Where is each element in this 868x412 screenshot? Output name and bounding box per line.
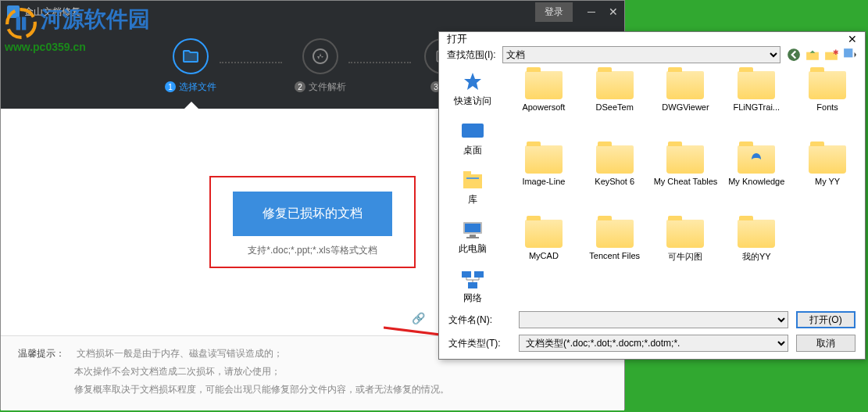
- svg-rect-9: [844, 48, 852, 57]
- link-icon: 🔗: [412, 312, 425, 324]
- back-icon[interactable]: [787, 48, 801, 62]
- open-button[interactable]: 打开(O): [796, 311, 855, 328]
- folder-icon: [596, 145, 634, 174]
- star-icon: [460, 71, 485, 93]
- lookin-row: 查找范围(I): 文档 ✱: [439, 46, 865, 63]
- filetype-label: 文件类型(T):: [448, 337, 511, 350]
- filename-label: 文件名(N):: [448, 313, 511, 327]
- folder-item[interactable]: 我的YY: [723, 220, 790, 290]
- folder-item[interactable]: Tencent Files: [581, 220, 648, 290]
- watermark: 河源软件园 www.pc0359.cn: [5, 5, 150, 54]
- support-formats-text: 支持*.doc;*.ppt;*.xls等格式文档: [248, 244, 377, 257]
- folder-item[interactable]: DWGViewer: [652, 71, 720, 142]
- cancel-button[interactable]: 取消: [796, 335, 855, 352]
- folder-item[interactable]: FLiNGTrai...: [723, 71, 790, 142]
- step-1: 1 选择文件: [165, 38, 216, 94]
- step-2: 2 文件解析: [295, 38, 346, 94]
- step-divider: [220, 62, 282, 63]
- dialog-toolbar: ✱: [787, 48, 857, 62]
- file-grid[interactable]: Apowersoft DSeeTem DWGViewer FLiNGTrai..…: [506, 63, 865, 305]
- folder-icon: [738, 220, 775, 248]
- svg-point-5: [788, 48, 800, 61]
- folder-item[interactable]: Image-Line: [510, 145, 577, 216]
- folder-icon: [525, 71, 563, 99]
- svg-rect-2: [22, 16, 26, 30]
- step-1-label: 1 选择文件: [165, 81, 216, 94]
- folder-icon: [809, 145, 846, 174]
- folder-item[interactable]: KeyShot 6: [581, 145, 648, 216]
- folder-item[interactable]: My YY: [794, 145, 861, 216]
- folder-icon: [596, 220, 634, 248]
- folder-icon: [738, 145, 775, 174]
- sidebar-library[interactable]: 库: [460, 170, 485, 206]
- sidebar-desktop[interactable]: 桌面: [460, 120, 485, 157]
- watermark-url: www.pc0359.cn: [5, 41, 86, 53]
- svg-rect-13: [466, 177, 479, 179]
- folder-icon: [596, 71, 634, 99]
- dialog-bottom: 文件名(N): 打开(O) 文件类型(T): 文档类型(*.doc;*.dot;…: [439, 305, 865, 361]
- repair-button[interactable]: 修复已损坏的文档: [233, 192, 392, 236]
- folder-item[interactable]: Apowersoft: [510, 71, 577, 142]
- up-folder-icon[interactable]: [805, 48, 820, 62]
- step-2-label: 2 文件解析: [295, 81, 346, 94]
- dialog-close-button[interactable]: ✕: [845, 33, 860, 45]
- tips-line-2: 本次操作不会对文档造成二次损坏，请放心使用；: [18, 365, 607, 378]
- svg-rect-10: [462, 124, 484, 138]
- folder-icon: [666, 145, 704, 174]
- filename-row: 文件名(N): 打开(O): [448, 311, 855, 328]
- close-button[interactable]: ✕: [602, 1, 624, 23]
- svg-rect-17: [466, 237, 479, 238]
- desktop-icon: [460, 120, 485, 142]
- login-button[interactable]: 登录: [535, 2, 573, 22]
- window-controls: 登录 ─ ✕: [535, 1, 624, 23]
- folder-icon: [525, 220, 563, 248]
- folder-open-icon: [173, 38, 209, 74]
- folder-icon: [666, 220, 704, 248]
- svg-rect-6: [806, 52, 819, 60]
- folder-item[interactable]: DSeeTem: [581, 71, 648, 142]
- folder-icon: [809, 71, 846, 99]
- folder-item[interactable]: My Cheat Tables: [652, 145, 720, 216]
- filename-input[interactable]: [519, 311, 788, 328]
- svg-rect-15: [465, 224, 480, 232]
- lookin-select[interactable]: 文档: [502, 46, 780, 63]
- step-divider: [348, 62, 411, 63]
- watermark-text: 河源软件园: [41, 7, 150, 31]
- filetype-select[interactable]: 文档类型(*.doc;*.dot;*.docm;*.dotm;*.: [519, 335, 788, 352]
- view-menu-icon[interactable]: [843, 48, 857, 62]
- folder-item[interactable]: MyCAD: [510, 220, 577, 290]
- sidebar-thispc[interactable]: 此电脑: [459, 219, 487, 256]
- svg-rect-20: [468, 282, 477, 288]
- svg-rect-19: [474, 271, 484, 278]
- annotation-box: 修复已损坏的文档 支持*.doc;*.ppt;*.xls等格式文档: [209, 176, 416, 268]
- file-open-dialog: 打开 ✕ 查找范围(I): 文档 ✱ 快速访问 桌面 库: [438, 31, 866, 360]
- analyze-icon: [302, 38, 338, 74]
- network-icon: [460, 268, 485, 290]
- folder-icon: [525, 145, 563, 174]
- svg-rect-1: [16, 16, 20, 30]
- sidebar-network[interactable]: 网络: [460, 268, 485, 305]
- new-folder-icon[interactable]: ✱: [824, 48, 838, 62]
- svg-rect-12: [463, 171, 471, 175]
- minimize-button[interactable]: ─: [580, 1, 602, 23]
- svg-rect-16: [470, 235, 476, 237]
- folder-icon: [666, 71, 704, 99]
- tips-line-3: 修复概率取决于文档损坏程度，可能会出现只能修复部分文件内容，或者无法修复的情况。: [18, 383, 607, 396]
- svg-rect-11: [463, 174, 482, 188]
- tips-label: 温馨提示：: [18, 348, 65, 359]
- folder-item[interactable]: Fonts: [794, 71, 861, 142]
- sidebar-quickaccess[interactable]: 快速访问: [454, 71, 491, 108]
- lookin-label: 查找范围(I):: [447, 48, 496, 62]
- svg-point-0: [7, 9, 35, 38]
- tips-line-1: 文档损坏一般是由于内存、磁盘读写错误造成的；: [77, 348, 283, 359]
- dialog-title: 打开: [447, 32, 467, 46]
- folder-item[interactable]: My Knowledge: [723, 145, 790, 216]
- library-icon: [460, 170, 485, 192]
- watermark-logo-icon: [5, 7, 38, 40]
- filetype-row: 文件类型(T): 文档类型(*.doc;*.dot;*.docm;*.dotm;…: [448, 335, 855, 352]
- folder-icon: [738, 71, 775, 99]
- svg-text:✱: ✱: [833, 48, 838, 56]
- folder-item[interactable]: 可牛闪图: [652, 220, 720, 290]
- dialog-titlebar: 打开 ✕: [439, 32, 865, 46]
- pc-icon: [460, 219, 485, 241]
